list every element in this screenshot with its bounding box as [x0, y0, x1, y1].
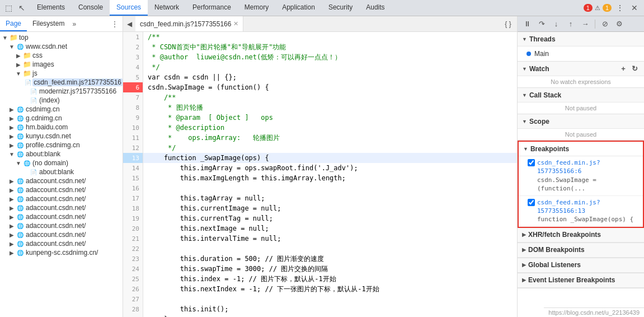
prev-tab-icon[interactable]: ◀	[123, 20, 135, 28]
menu-tab-elements[interactable]: Elements	[30, 0, 72, 16]
menu-tab-audits[interactable]: Audits	[359, 0, 391, 16]
close-devtools-icon[interactable]: ✕	[628, 2, 641, 14]
tree-item[interactable]: ▶🌐g.cdnimg.cn	[0, 114, 123, 123]
tree-item[interactable]: ▶🌐kunyu.csdn.net	[0, 132, 123, 141]
tree-item[interactable]: 📄about:blank	[0, 167, 123, 176]
event-breakpoints-header[interactable]: ▶ Event Listener Breakpoints	[518, 273, 644, 288]
line-number[interactable]: 28	[123, 304, 143, 314]
line-number[interactable]: 13	[123, 153, 143, 163]
code-content[interactable]: /** * CSDN首页中"图片轮播"和"导航展开"功能 * @author l…	[143, 32, 517, 317]
threads-header[interactable]: ▼ Threads	[518, 32, 644, 46]
tree-item[interactable]: 📄(index)	[0, 96, 123, 105]
thread-main[interactable]: Main	[518, 49, 644, 59]
line-number[interactable]: 17	[123, 193, 143, 203]
tree-item[interactable]: ▼🌐www.csdn.net	[0, 42, 123, 51]
line-number[interactable]: 10	[123, 123, 143, 133]
menu-tab-sources[interactable]: Sources	[110, 0, 148, 16]
inspect-icon[interactable]: ⬚	[2, 2, 15, 14]
more-menu-icon[interactable]: ⋮	[614, 2, 626, 14]
xhr-breakpoints-header[interactable]: ▶ XHR/fetch Breakpoints	[518, 228, 644, 243]
line-number[interactable]: 11	[123, 133, 143, 143]
tree-item[interactable]: 📄modernizr.js?1577355166	[0, 87, 123, 96]
line-number[interactable]: 3	[123, 52, 143, 62]
settings-button[interactable]: ⚙	[613, 18, 626, 30]
callstack-header[interactable]: ▼ Call Stack	[518, 88, 644, 102]
line-number[interactable]: 6	[123, 82, 143, 92]
breakpoint-item[interactable]: csdn_feed.min.js?1577355166:13function _…	[519, 196, 643, 227]
line-number[interactable]: 8	[123, 102, 143, 113]
deactivate-button[interactable]: ⊘	[599, 18, 611, 30]
line-number[interactable]: 7	[123, 92, 143, 102]
tree-item[interactable]: ▶🌐adaccount.csdn.net/	[0, 239, 123, 248]
tree-item[interactable]: ▶🌐adaccount.csdn.net/	[0, 176, 123, 185]
line-number[interactable]: 4	[123, 62, 143, 72]
menu-tab-security[interactable]: Security	[322, 0, 359, 16]
breakpoint-checkbox[interactable]	[528, 199, 535, 206]
tree-item[interactable]: ▶📁images	[0, 60, 123, 69]
step-button[interactable]: →	[579, 18, 591, 30]
line-number[interactable]: 14	[123, 163, 143, 173]
tree-item[interactable]: ▼🌐(no domain)	[0, 158, 123, 167]
scope-header[interactable]: ▼ Scope	[518, 114, 644, 129]
global-listeners-header[interactable]: ▶ Global Listeners	[518, 258, 644, 273]
refresh-watch-icon[interactable]: ↻	[629, 64, 640, 74]
line-number[interactable]: 9	[123, 113, 143, 123]
menu-tab-console[interactable]: Console	[72, 0, 110, 16]
breakpoint-item[interactable]: csdn_feed.min.js?1577355166:6csdn.SwapIm…	[519, 156, 643, 196]
menu-tab-application[interactable]: Application	[275, 0, 322, 16]
step-into-button[interactable]: ↓	[550, 18, 562, 30]
tree-item[interactable]: ▶🌐csdnimg.cn	[0, 105, 123, 114]
cursor-icon[interactable]: ↖	[16, 2, 28, 14]
line-number[interactable]: 25	[123, 274, 143, 284]
tree-item[interactable]: ▶🌐adaccount.csdn.net/	[0, 203, 123, 212]
line-number[interactable]: 1	[123, 32, 143, 42]
step-over-button[interactable]: ↷	[535, 18, 548, 30]
watch-header[interactable]: ▼ Watch + ↻	[518, 62, 644, 76]
pause-resume-button[interactable]: ⏸	[521, 18, 533, 30]
line-number[interactable]: 22	[123, 244, 143, 254]
line-number[interactable]: 20	[123, 223, 143, 234]
tab-page[interactable]: Page	[0, 16, 27, 31]
tree-item[interactable]: ▶🌐adaccount.csdn.net/	[0, 230, 123, 239]
breakpoints-header[interactable]: ▼ Breakpoints	[519, 142, 643, 156]
line-number[interactable]: 15	[123, 173, 143, 183]
tree-item[interactable]: ▶🌐adaccount.csdn.net/	[0, 212, 123, 221]
file-icon: 📄	[29, 96, 38, 104]
tree-item[interactable]: ▶🌐kunpeng-sc.csdnimg.cn/	[0, 248, 123, 257]
add-watch-icon[interactable]: +	[618, 64, 628, 74]
tree-item[interactable]: ▼📁js	[0, 69, 123, 78]
step-out-button[interactable]: ↑	[565, 18, 577, 30]
breakpoint-checkbox[interactable]	[528, 159, 535, 166]
menu-tab-performance[interactable]: Performance	[186, 0, 238, 16]
line-number[interactable]: 21	[123, 234, 143, 244]
line-number[interactable]: 12	[123, 143, 143, 153]
menu-tab-memory[interactable]: Memory	[238, 0, 275, 16]
line-number[interactable]: 16	[123, 183, 143, 193]
line-number[interactable]: 29	[123, 314, 143, 317]
line-number[interactable]: 19	[123, 213, 143, 223]
line-number[interactable]: 18	[123, 203, 143, 213]
line-number[interactable]: 2	[123, 42, 143, 52]
format-icon[interactable]: { }	[502, 18, 514, 30]
tab-filesystem[interactable]: Filesystem	[27, 16, 70, 31]
menu-tab-network[interactable]: Network	[148, 0, 186, 16]
tree-item[interactable]: ▼📁top	[0, 33, 123, 42]
tree-item[interactable]: ▶🌐adaccount.csdn.net/	[0, 185, 123, 194]
close-tab-icon[interactable]: ✕	[233, 20, 238, 27]
tree-item[interactable]: ▶🌐adaccount.csdn.net/	[0, 194, 123, 203]
line-number[interactable]: 23	[123, 254, 143, 264]
line-number[interactable]: 27	[123, 294, 143, 304]
dom-breakpoints-header[interactable]: ▶ DOM Breakpoints	[518, 243, 644, 258]
sync-icon[interactable]: ⋮	[109, 18, 120, 30]
active-file-tab[interactable]: csdn_feed.min.js?1577355166 ✕	[135, 16, 243, 31]
tree-item[interactable]: 📄csdn_feed.min.js?157735516	[0, 78, 123, 87]
tree-item[interactable]: ▶🌐adaccount.csdn.net/	[0, 221, 123, 230]
tree-item[interactable]: ▶📁css	[0, 51, 123, 60]
tree-item[interactable]: ▶🌐hm.baidu.com	[0, 123, 123, 132]
line-number[interactable]: 26	[123, 284, 143, 294]
line-number[interactable]: 5	[123, 72, 143, 82]
line-number[interactable]: 24	[123, 264, 143, 274]
tree-item[interactable]: ▶🌐profile.csdnimg.cn	[0, 141, 123, 150]
tree-item[interactable]: ▼🌐about:blank	[0, 150, 123, 158]
more-tabs-icon[interactable]: »	[70, 16, 78, 31]
